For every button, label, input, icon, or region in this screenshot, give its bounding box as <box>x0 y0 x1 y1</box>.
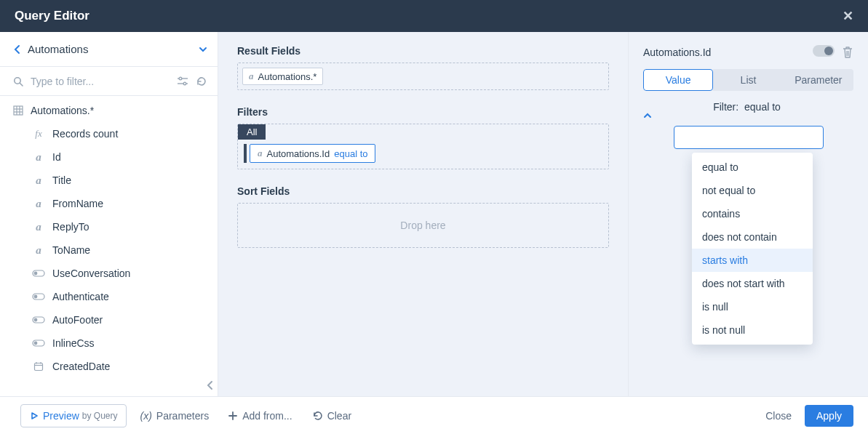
boolean-type-icon <box>32 293 45 300</box>
sort-fields-zone[interactable]: Drop here <box>237 203 609 248</box>
result-fields-zone[interactable]: a Automations.* <box>237 63 609 90</box>
add-from-label: Add from... <box>242 410 292 422</box>
preview-label: Preview <box>43 410 79 422</box>
text-type-icon: a <box>32 221 45 233</box>
dropdown-item[interactable]: is null <box>692 295 813 318</box>
filter-label: Filter: <box>713 101 738 113</box>
parameters-icon: (x) <box>140 410 151 422</box>
add-from-button[interactable]: Add from... <box>228 410 292 422</box>
field-type-icon: a <box>249 71 254 82</box>
text-type-icon: a <box>32 198 45 210</box>
filter-input[interactable] <box>29 75 170 88</box>
svg-point-12 <box>34 272 38 276</box>
dropdown-item[interactable]: does not start with <box>692 272 813 295</box>
field-label: UseConversation <box>52 268 130 279</box>
field-label: FromName <box>52 198 103 209</box>
filter-group-bar <box>244 144 247 163</box>
filter-group-all[interactable]: All <box>238 124 266 140</box>
filter-op-label: equal to <box>334 148 367 159</box>
dropdown-item[interactable]: not equal to <box>692 179 813 202</box>
close-button[interactable]: Close <box>765 410 792 422</box>
filter-chip[interactable]: a Automations.Id equal to <box>250 144 375 163</box>
field-label: CreatedDate <box>52 361 110 372</box>
chevron-up-icon[interactable] <box>643 113 853 118</box>
boolean-type-icon <box>32 270 45 277</box>
undo-icon <box>311 411 323 421</box>
field-row[interactable]: UseConversation <box>0 262 218 285</box>
date-type-icon <box>32 361 45 371</box>
boolean-type-icon <box>32 339 45 347</box>
field-label: Authenticate <box>52 291 109 302</box>
field-row[interactable]: aToName <box>0 238 218 262</box>
right-panel: Automations.Id Value List Parameter Filt… <box>628 32 868 396</box>
svg-line-1 <box>20 83 23 86</box>
svg-point-5 <box>183 82 186 85</box>
svg-point-18 <box>34 342 38 345</box>
field-row[interactable]: aReplyTo <box>0 215 218 238</box>
table-icon <box>13 105 23 116</box>
sliders-icon[interactable] <box>177 76 188 87</box>
sidebar-header: Automations <box>0 32 218 67</box>
field-row[interactable]: InlineCss <box>0 331 218 355</box>
field-label: AutoFooter <box>52 314 103 326</box>
refresh-icon[interactable] <box>196 76 207 87</box>
dropdown-item[interactable]: contains <box>692 202 813 225</box>
tree-root[interactable]: Automations.* <box>0 99 218 122</box>
chevron-left-icon[interactable] <box>13 44 20 55</box>
boolean-type-icon <box>32 316 45 324</box>
function-icon: fx <box>32 128 45 140</box>
apply-button[interactable]: Apply <box>805 405 853 427</box>
field-row[interactable]: CreatedDate <box>0 355 218 378</box>
sidebar-filter-row <box>0 67 218 96</box>
drop-placeholder: Drop here <box>400 220 445 231</box>
field-row[interactable]: Authenticate <box>0 285 218 308</box>
dropdown-item[interactable]: does not contain <box>692 225 813 249</box>
field-type-icon: a <box>258 148 263 159</box>
dropdown-item[interactable]: equal to <box>692 156 813 179</box>
clear-button[interactable]: Clear <box>311 410 351 422</box>
text-type-icon: a <box>32 244 45 257</box>
svg-rect-19 <box>35 363 43 371</box>
filters-label: Filters <box>237 106 609 118</box>
tab-value[interactable]: Value <box>643 69 713 91</box>
negate-toggle[interactable] <box>813 45 835 59</box>
preview-sublabel: by Query <box>82 411 118 421</box>
field-label: Title <box>52 174 71 186</box>
field-row[interactable]: fxRecords count <box>0 122 218 145</box>
preview-button[interactable]: Preview by Query <box>20 404 127 427</box>
sidebar-tree: Automations.* fxRecords countaIdaTitleaF… <box>0 96 218 396</box>
clear-label: Clear <box>327 410 351 422</box>
field-row[interactable]: AutoFooter <box>0 308 218 331</box>
field-row[interactable]: aFromName <box>0 192 218 215</box>
tab-list[interactable]: List <box>713 69 783 91</box>
tab-parameter[interactable]: Parameter <box>784 69 853 91</box>
filters-zone[interactable]: All a Automations.Id equal to <box>237 124 609 169</box>
dropdown-item[interactable]: is not null <box>692 318 813 342</box>
value-mode-tabs: Value List Parameter <box>643 69 853 91</box>
operator-dropdown: equal tonot equal tocontainsdoes not con… <box>692 153 813 345</box>
field-label: InlineCss <box>52 337 95 349</box>
chevron-down-icon[interactable] <box>199 47 207 52</box>
titlebar: Query Editor ✕ <box>0 0 868 32</box>
filter-current-op: equal to <box>744 101 781 113</box>
dropdown-item[interactable]: starts with <box>692 249 813 272</box>
field-row[interactable]: aTitle <box>0 169 218 192</box>
field-label: ToName <box>52 244 90 256</box>
collapse-sidebar-icon[interactable] <box>206 380 213 390</box>
search-icon <box>13 76 23 87</box>
tree-root-label: Automations.* <box>31 105 94 116</box>
result-fields-label: Result Fields <box>237 45 609 57</box>
parameters-button[interactable]: (x) Parameters <box>140 410 209 422</box>
sidebar: Automations <box>0 32 218 396</box>
result-field-chip[interactable]: a Automations.* <box>242 68 323 85</box>
breadcrumb[interactable]: Automations <box>28 43 199 55</box>
filter-operator-row[interactable]: Filter: equal to <box>643 101 853 118</box>
trash-icon[interactable] <box>842 46 853 59</box>
close-icon[interactable]: ✕ <box>843 8 853 24</box>
field-label: Records count <box>52 128 118 140</box>
sort-fields-label: Sort Fields <box>237 185 609 197</box>
field-row[interactable]: aId <box>0 145 218 169</box>
footer: Preview by Query (x) Parameters Add from… <box>0 396 868 434</box>
filter-value-input[interactable] <box>674 126 824 149</box>
field-label: ReplyTo <box>52 221 89 233</box>
